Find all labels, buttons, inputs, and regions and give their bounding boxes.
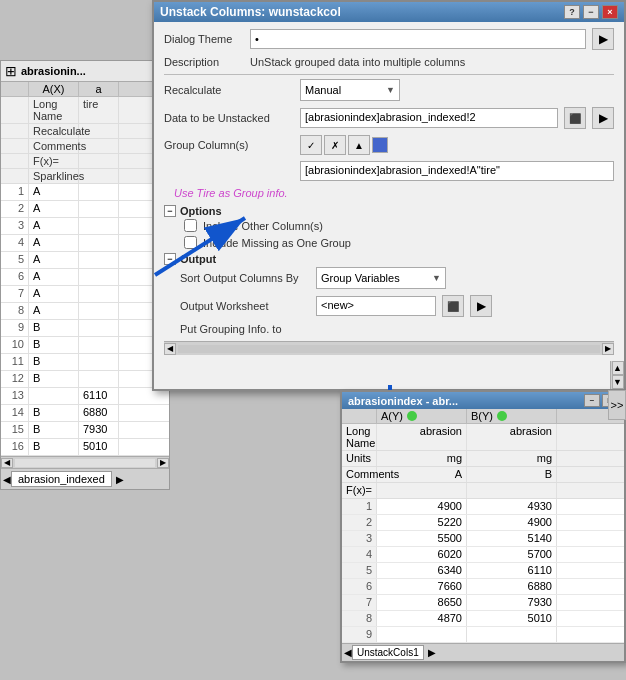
out-meta-label: Comments bbox=[342, 467, 377, 482]
row-num: 2 bbox=[1, 201, 29, 217]
table-row: 1 A bbox=[1, 184, 169, 201]
include-other-label: Include Other Column(s) bbox=[203, 220, 323, 232]
prev-sheet-btn[interactable]: ◀ bbox=[3, 474, 11, 485]
close-button[interactable]: × bbox=[602, 5, 618, 19]
out-minimize-btn[interactable]: − bbox=[584, 394, 600, 407]
recalculate-dropdown[interactable]: Manual ▼ bbox=[300, 79, 400, 101]
gc-color-btn[interactable] bbox=[372, 137, 388, 153]
out-col-hdr-a: A(Y) bbox=[377, 409, 467, 423]
output-worksheet-row: Output Worksheet <new> ⬛ ▶ bbox=[180, 295, 614, 317]
help-button[interactable]: ? bbox=[564, 5, 580, 19]
include-other-checkbox[interactable] bbox=[184, 219, 197, 232]
expand-btn[interactable]: >> bbox=[608, 390, 626, 420]
dialog-vscroll[interactable]: ▲ ▼ bbox=[610, 361, 624, 389]
vscroll-down[interactable]: ▼ bbox=[612, 375, 624, 389]
cell-b: 6880 bbox=[79, 405, 119, 421]
data-unstacked-label: Data to be Unstacked bbox=[164, 112, 294, 124]
include-missing-row: Include Missing as One Group bbox=[184, 236, 614, 249]
out-sheet-tab-bar: ◀ UnstackCols1 ▶ bbox=[342, 643, 624, 661]
out-cell-a: 4870 bbox=[377, 611, 467, 626]
col-header-ax: A(X) bbox=[29, 82, 79, 96]
out-meta-row: Long Name abrasion abrasion bbox=[342, 424, 624, 451]
include-missing-checkbox[interactable] bbox=[184, 236, 197, 249]
table-row: 11 B bbox=[1, 354, 169, 371]
out-data-rows: 1 4900 4930 2 5220 4900 3 5500 5140 4 60… bbox=[342, 499, 624, 643]
cell-b bbox=[79, 235, 119, 251]
bg-sheet-title: abrasionin... bbox=[21, 65, 86, 77]
minimize-button[interactable]: − bbox=[583, 5, 599, 19]
options-label: Options bbox=[180, 205, 222, 217]
gc-x-btn[interactable]: ✗ bbox=[324, 135, 346, 155]
dialog-titlebar: Unstack Columns: wunstackcol ? − × bbox=[154, 2, 624, 22]
cell-a: B bbox=[29, 422, 79, 438]
out-meta-col-a: abrasion bbox=[377, 424, 467, 450]
meta-units-label: Recalculate bbox=[29, 124, 79, 138]
out-col-header-row: A(Y) B(Y) bbox=[342, 409, 624, 424]
cell-b bbox=[79, 320, 119, 336]
table-row: 8 4870 5010 bbox=[342, 611, 624, 627]
output-worksheet-label: Output Worksheet bbox=[180, 300, 310, 312]
data-unstacked-icon1[interactable]: ⬛ bbox=[564, 107, 586, 129]
options-toggle[interactable]: − bbox=[164, 205, 176, 217]
out-sheet-tab[interactable]: UnstackCols1 bbox=[352, 645, 424, 660]
data-unstacked-icon2[interactable]: ▶ bbox=[592, 107, 614, 129]
cell-b bbox=[79, 286, 119, 302]
output-worksheet-input[interactable]: <new> bbox=[316, 296, 436, 316]
theme-input[interactable] bbox=[250, 29, 586, 49]
table-row: 3 A bbox=[1, 218, 169, 235]
cell-b bbox=[79, 201, 119, 217]
dialog-scroll-left[interactable]: ◀ bbox=[164, 343, 176, 355]
lock-b-icon bbox=[497, 411, 507, 421]
output-label: Output bbox=[180, 253, 216, 265]
out-cell-b bbox=[467, 627, 557, 642]
output-toggle[interactable]: − bbox=[164, 253, 176, 265]
table-row: 7 A bbox=[1, 286, 169, 303]
cell-a: A bbox=[29, 184, 79, 200]
table-row: 2 5220 4900 bbox=[342, 515, 624, 531]
sort-dropdown-arrow: ▼ bbox=[432, 273, 441, 283]
out-cell-b: 5140 bbox=[467, 531, 557, 546]
bg-sheet-tab[interactable]: abrasion_indexed bbox=[11, 471, 112, 487]
cell-a: B bbox=[29, 320, 79, 336]
data-unstacked-input[interactable]: [abrasionindex]abrasion_indexed!2 bbox=[300, 108, 558, 128]
output-ws-icon1[interactable]: ⬛ bbox=[442, 295, 464, 317]
out-cell-a: 5220 bbox=[377, 515, 467, 530]
h-scrollbar[interactable]: ◀ ▶ bbox=[1, 456, 169, 468]
scroll-right-btn[interactable]: ▶ bbox=[157, 458, 169, 468]
cell-a: A bbox=[29, 252, 79, 268]
options-section: − Options Include Other Column(s) Includ… bbox=[164, 205, 614, 249]
col-header-row: A(X) a bbox=[1, 82, 169, 97]
theme-icon-btn[interactable]: ▶ bbox=[592, 28, 614, 50]
out-row-num: 6 bbox=[342, 579, 377, 594]
out-meta-label: F(x)= bbox=[342, 483, 377, 498]
next-sheet-btn[interactable]: ▶ bbox=[116, 474, 124, 485]
vscroll-up[interactable]: ▲ bbox=[612, 361, 624, 375]
cell-a bbox=[29, 388, 79, 404]
dialog-hscroll[interactable]: ◀ ▶ bbox=[164, 341, 614, 355]
gc-up-btn[interactable]: ▲ bbox=[348, 135, 370, 155]
gc-check-btn[interactable]: ✓ bbox=[300, 135, 322, 155]
recalculate-label: Recalculate bbox=[164, 84, 294, 96]
table-row: 13 6110 bbox=[1, 388, 169, 405]
dialog-scroll-right[interactable]: ▶ bbox=[602, 343, 614, 355]
out-row-num: 7 bbox=[342, 595, 377, 610]
output-ws-icon2[interactable]: ▶ bbox=[470, 295, 492, 317]
dialog-title: Unstack Columns: wunstackcol bbox=[160, 5, 341, 19]
scroll-left-btn[interactable]: ◀ bbox=[1, 458, 13, 468]
cell-b: 7930 bbox=[79, 422, 119, 438]
sort-output-dropdown[interactable]: Group Variables ▼ bbox=[316, 267, 446, 289]
out-next-sheet[interactable]: ▶ bbox=[428, 647, 436, 658]
out-prev-sheet[interactable]: ◀ bbox=[344, 647, 352, 658]
group-columns-label: Group Column(s) bbox=[164, 139, 294, 151]
out-cell-b: 4900 bbox=[467, 515, 557, 530]
out-meta-col-a: A bbox=[377, 467, 467, 482]
out-cell-a: 7660 bbox=[377, 579, 467, 594]
meta-comments: Comments bbox=[1, 139, 169, 154]
group-columns-toolbar: ✓ ✗ ▲ bbox=[300, 135, 388, 155]
row-num: 9 bbox=[1, 320, 29, 336]
meta-sparklines: Sparklines bbox=[1, 169, 169, 184]
output-header: − Output bbox=[164, 253, 614, 265]
table-row: 10 B bbox=[1, 337, 169, 354]
cell-a: B bbox=[29, 337, 79, 353]
group-columns-input[interactable]: [abrasionindex]abrasion_indexed!A"tire" bbox=[300, 161, 614, 181]
